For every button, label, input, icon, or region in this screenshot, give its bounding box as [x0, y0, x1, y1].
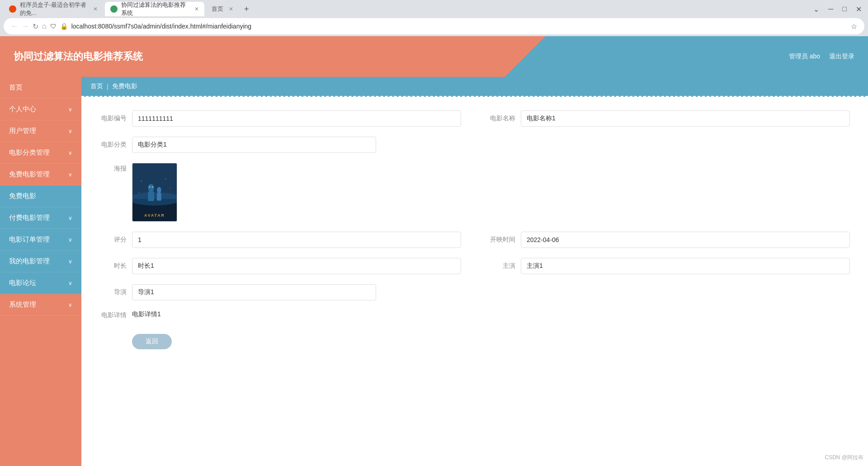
- movie-name-field: 电影名称: [488, 110, 850, 127]
- tab-2[interactable]: 协同过滤算法的电影推荐系统 ✕: [105, 2, 204, 16]
- lead-field: 主演: [488, 258, 850, 274]
- sidebar-personal-label: 个人中心: [9, 105, 36, 114]
- poster-label: 海报: [99, 163, 127, 173]
- detail-label: 电影详情: [99, 310, 127, 319]
- breadcrumb-home[interactable]: 首页: [90, 82, 103, 90]
- tab-2-close[interactable]: ✕: [194, 6, 199, 12]
- content-area: 首页 | 免费电影 电影编号 电影名称: [81, 77, 868, 466]
- sidebar-item-order-mgmt[interactable]: 电影订单管理 ∨: [0, 229, 81, 251]
- duration-label: 时长: [99, 262, 127, 270]
- tab-bar: 程序员盒子-最适合初学者的免... ✕ 协同过滤算法的电影推荐系统 ✕ 首页 ✕…: [0, 0, 868, 18]
- chevron-down-icon: ∨: [68, 171, 72, 178]
- director-input[interactable]: [132, 284, 376, 300]
- movie-id-label: 电影编号: [99, 114, 127, 123]
- svg-point-10: [141, 181, 142, 182]
- home-button[interactable]: ⌂: [42, 22, 47, 30]
- sidebar-item-free-movie[interactable]: 免费电影: [0, 185, 81, 207]
- url-input[interactable]: localhost:8080/ssmf7s0a/admin/dist/index…: [71, 23, 847, 30]
- forward-button[interactable]: →: [22, 22, 29, 30]
- sidebar-item-my-movie-mgmt[interactable]: 我的电影管理 ∨: [0, 251, 81, 272]
- svg-point-11: [165, 179, 166, 180]
- form-row-5: 时长 主演: [99, 258, 850, 274]
- close-button[interactable]: ✕: [853, 5, 864, 14]
- form-row-6: 导演: [99, 284, 850, 300]
- new-tab-button[interactable]: +: [241, 5, 253, 14]
- refresh-button[interactable]: ↻: [33, 22, 38, 31]
- sidebar-free-movie-label: 免费电影: [9, 192, 36, 200]
- poster-image: AVATAR: [132, 163, 177, 222]
- sidebar-item-personal[interactable]: 个人中心 ∨: [0, 99, 81, 120]
- tab-3-close[interactable]: ✕: [229, 6, 233, 12]
- tab-1-close[interactable]: ✕: [93, 6, 98, 12]
- tab-3[interactable]: 首页 ✕: [206, 2, 239, 16]
- duration-input[interactable]: [132, 258, 461, 274]
- browser-window: 程序员盒子-最适合初学者的免... ✕ 协同过滤算法的电影推荐系统 ✕ 首页 ✕…: [0, 0, 868, 466]
- premiere-field: 开映时间: [488, 232, 850, 248]
- sidebar-forum-label: 电影论坛: [9, 279, 36, 287]
- logout-button[interactable]: 退出登录: [829, 52, 854, 61]
- current-user-label: 管理员 abo: [789, 52, 820, 61]
- premiere-input[interactable]: [521, 232, 850, 248]
- movie-name-input[interactable]: [521, 110, 850, 127]
- sidebar-item-free-movie-mgmt[interactable]: 免费电影管理 ∨: [0, 164, 81, 185]
- lock-icon: 🔒: [60, 23, 68, 30]
- sidebar-item-paid-movie-mgmt[interactable]: 付费电影管理 ∨: [0, 207, 81, 229]
- header-user: 管理员 abo 退出登录: [789, 52, 854, 61]
- maximize-button[interactable]: □: [840, 5, 849, 14]
- form-row-4: 评分 开映时间: [99, 232, 850, 248]
- sidebar-home-label: 首页: [9, 83, 23, 92]
- address-bar: ← → ↻ ⌂ 🛡 🔒 localhost:8080/ssmf7s0a/admi…: [4, 18, 864, 34]
- sidebar-item-movie-cat-mgmt[interactable]: 电影分类管理 ∨: [0, 142, 81, 164]
- sidebar-order-label: 电影订单管理: [9, 235, 50, 244]
- tab-2-label: 协同过滤算法的电影推荐系统: [121, 1, 189, 17]
- sidebar-free-movie-mgmt-label: 免费电影管理: [9, 170, 50, 179]
- chevron-down-icon: ∨: [68, 258, 72, 265]
- rating-input[interactable]: [132, 232, 461, 248]
- sidebar-item-home[interactable]: 首页: [0, 77, 81, 99]
- svg-point-13: [139, 192, 140, 193]
- sidebar-item-forum[interactable]: 电影论坛 ∨: [0, 272, 81, 294]
- duration-field: 时长: [99, 258, 461, 274]
- sidebar-item-user-mgmt[interactable]: 用户管理 ∨: [0, 120, 81, 142]
- chevron-down-icon: ∨: [68, 106, 72, 113]
- app-title: 协同过滤算法的电影推荐系统: [14, 50, 143, 63]
- sidebar-item-sys-mgmt[interactable]: 系统管理 ∨: [0, 294, 81, 316]
- movie-id-input[interactable]: [132, 110, 461, 127]
- minimize-button[interactable]: ─: [826, 5, 836, 14]
- lead-label: 主演: [488, 262, 515, 270]
- back-button[interactable]: ←: [11, 22, 18, 30]
- breadcrumb-current: 免费电影: [112, 82, 137, 90]
- breadcrumb: 首页 | 免费电影: [81, 77, 868, 97]
- chevron-down-icon: ∨: [68, 302, 72, 308]
- back-button[interactable]: 返回: [132, 334, 172, 349]
- svg-point-8: [152, 186, 153, 187]
- director-field: 导演: [99, 284, 850, 300]
- form-container: 电影编号 电影名称 电影分类: [81, 97, 868, 363]
- sidebar: 首页 个人中心 ∨ 用户管理 ∨ 电影分类管理 ∨ 免费电影管理 ∨: [0, 77, 81, 466]
- app-container: 协同过滤算法的电影推荐系统 管理员 abo 退出登录 首页 个人中心 ∨ 用户管…: [0, 36, 868, 466]
- movie-cat-input[interactable]: [132, 137, 376, 153]
- detail-value: 电影详情1: [132, 310, 161, 319]
- tab-2-icon: [110, 5, 118, 13]
- svg-point-3: [148, 184, 154, 192]
- tab-3-label: 首页: [212, 5, 223, 13]
- detail-row: 电影详情 电影详情1: [99, 310, 850, 319]
- chevron-down-icon: ∨: [68, 215, 72, 221]
- chevron-down-icon: ∨: [68, 128, 72, 134]
- lead-input[interactable]: [521, 258, 850, 274]
- tab-1-icon: [9, 5, 16, 13]
- svg-point-7: [149, 186, 150, 187]
- sidebar-my-movie-label: 我的电影管理: [9, 257, 50, 266]
- form-row-1: 电影编号 电影名称: [99, 110, 850, 127]
- tab-1[interactable]: 程序员盒子-最适合初学者的免... ✕: [4, 2, 103, 16]
- app-body: 首页 个人中心 ∨ 用户管理 ∨ 电影分类管理 ∨ 免费电影管理 ∨: [0, 77, 868, 466]
- breadcrumb-separator: |: [107, 83, 108, 90]
- tab-1-label: 程序员盒子-最适合初学者的免...: [20, 1, 88, 17]
- star-icon[interactable]: ☆: [851, 22, 857, 31]
- button-row: 返回: [99, 329, 850, 349]
- movie-cat-field: 电影分类: [99, 137, 850, 153]
- svg-rect-4: [148, 191, 154, 201]
- svg-rect-6: [157, 193, 161, 201]
- sidebar-paid-movie-label: 付费电影管理: [9, 214, 50, 222]
- dropdown-button[interactable]: ⌄: [811, 5, 822, 14]
